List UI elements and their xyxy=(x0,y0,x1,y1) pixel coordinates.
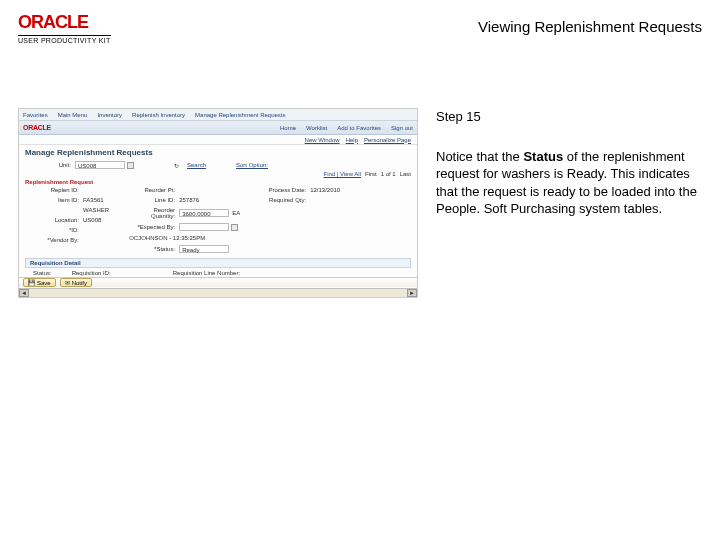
nav-signout[interactable]: Sign out xyxy=(391,125,413,131)
location-label: Location: xyxy=(33,217,83,223)
uom-value: EA xyxy=(232,210,240,216)
pager-row: Find | View All First 1 of 1 Last xyxy=(25,171,411,177)
nav-worklist[interactable]: Worklist xyxy=(306,125,327,131)
sort-option-link[interactable]: Sort Option: xyxy=(236,162,268,168)
scroll-left-arrow-icon[interactable]: ◄ xyxy=(19,289,29,297)
breadcrumb-item[interactable]: Inventory xyxy=(97,112,122,118)
app-brand-logo: ORACLE xyxy=(23,124,51,131)
expected-by-input[interactable] xyxy=(179,223,229,231)
instruction-text: Notice that the Status of the replenishm… xyxy=(436,148,702,218)
reorder-qty-label: Reorder Quantity: xyxy=(129,207,179,219)
unit-row: Unit: US008 ↻ Search Sort Option: xyxy=(25,161,411,169)
pager-last[interactable]: Last xyxy=(400,171,411,177)
screenshot-panel: Favorites Main Menu Inventory Replenish … xyxy=(18,108,418,298)
unit-input[interactable]: US008 xyxy=(75,161,125,169)
detail-reqid-label: Requisition ID: xyxy=(72,270,111,276)
reorder-qty-input[interactable]: 3600.0000 xyxy=(179,209,229,217)
nav-favorites[interactable]: Add to Favorites xyxy=(337,125,381,131)
util-link-row: New Window Help Personalize Page xyxy=(19,135,417,145)
expected-by-label: *Expected By: xyxy=(129,224,179,230)
app-screenshot: Favorites Main Menu Inventory Replenish … xyxy=(18,108,418,298)
section-req-detail[interactable]: Requisition Detail xyxy=(25,258,411,268)
breadcrumb-bar: Favorites Main Menu Inventory Replenish … xyxy=(19,109,417,121)
instruction-panel: Step 15 Notice that the Status of the re… xyxy=(418,108,702,298)
field-grid: Replen ID: Item ID:FA3561 WASHER Locatio… xyxy=(25,187,411,255)
status-select[interactable]: Ready xyxy=(179,245,229,253)
save-button[interactable]: 💾Save xyxy=(23,278,56,287)
scroll-track[interactable] xyxy=(29,289,407,297)
instruction-pre: Notice that the xyxy=(436,149,523,164)
location-value: US008 xyxy=(83,217,101,223)
page-header: ORACLE USER PRODUCTIVITY KIT Viewing Rep… xyxy=(0,0,720,48)
app-nav-bar: ORACLE Home Worklist Add to Favorites Si… xyxy=(19,121,417,135)
notify-icon: ✉ xyxy=(65,279,70,286)
item-id-label: Item ID: xyxy=(33,197,83,203)
lookup-icon[interactable] xyxy=(127,162,134,169)
required-qty-label: Required Qty: xyxy=(260,197,310,203)
search-link[interactable]: Search xyxy=(187,162,206,168)
detail-reqline-label: Requisition Line Number: xyxy=(173,270,240,276)
breadcrumb-item[interactable]: Manage Replenishment Requests xyxy=(195,112,285,118)
logo-subtitle: USER PRODUCTIVITY KIT xyxy=(18,35,111,44)
pager-first[interactable]: First xyxy=(365,171,377,177)
line-id-label: Line ID: xyxy=(129,197,179,203)
help-link[interactable]: Help xyxy=(346,137,358,143)
unit-label: Unit: xyxy=(25,162,75,168)
breadcrumb-mainmenu[interactable]: Main Menu xyxy=(58,112,88,118)
section-replen-request: Replenishment Request xyxy=(25,179,411,185)
pager-find[interactable]: Find | View All xyxy=(324,171,361,177)
calendar-icon[interactable] xyxy=(231,224,238,231)
refresh-icon[interactable]: ↻ xyxy=(174,162,179,169)
screenshot-body: Manage Replenishment Requests Unit: US00… xyxy=(19,145,417,291)
horizontal-scrollbar[interactable]: ◄ ► xyxy=(19,288,417,297)
nav-home[interactable]: Home xyxy=(280,125,296,131)
step-label: Step 15 xyxy=(436,108,702,126)
oracle-logo: ORACLE xyxy=(18,12,88,33)
content-area: Favorites Main Menu Inventory Replenish … xyxy=(0,108,720,298)
logo-block: ORACLE USER PRODUCTIVITY KIT xyxy=(18,12,111,44)
item-id-value: FA3561 xyxy=(83,197,104,203)
detail-status-label: Status: xyxy=(33,270,52,276)
notify-button[interactable]: ✉Notify xyxy=(60,278,92,287)
process-date-value: 12/13/2010 xyxy=(310,187,340,193)
save-icon: 💾 xyxy=(28,279,35,286)
breadcrumb-item[interactable]: Replenish Inventory xyxy=(132,112,185,118)
replen-id-label: Replen ID: xyxy=(33,187,83,193)
action-bar: 💾Save ✉Notify xyxy=(19,277,417,287)
id-value: OCJOHNSON - 12:35:25PM xyxy=(129,235,205,241)
line-id-value: 257876 xyxy=(179,197,199,203)
status-label: *Status: xyxy=(129,246,179,252)
scroll-right-arrow-icon[interactable]: ► xyxy=(407,289,417,297)
instruction-bold: Status xyxy=(523,149,563,164)
id-label: *ID: xyxy=(33,227,83,233)
new-window-link[interactable]: New Window xyxy=(305,137,340,143)
page-title: Viewing Replenishment Requests xyxy=(478,12,702,35)
form-title: Manage Replenishment Requests xyxy=(25,148,411,157)
breadcrumb-favorites[interactable]: Favorites xyxy=(23,112,48,118)
pager-range: 1 of 1 xyxy=(381,171,396,177)
vendor-by-label: *Vendor By: xyxy=(33,237,83,243)
process-date-label: Process Date: xyxy=(260,187,310,193)
personalize-link[interactable]: Personalize Page xyxy=(364,137,411,143)
reorder-pt-label: Reorder Pt: xyxy=(129,187,179,193)
item-desc-value: WASHER xyxy=(83,207,109,213)
